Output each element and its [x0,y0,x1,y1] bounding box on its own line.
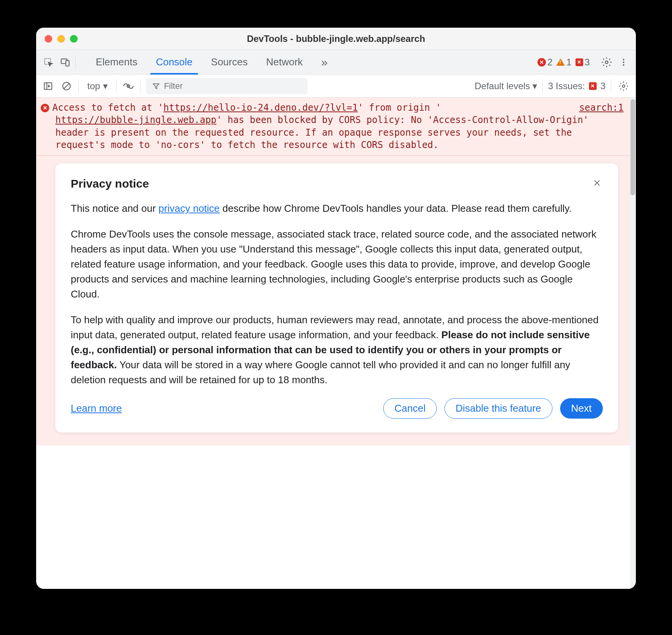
privacy-intro-1: This notice and our [71,203,158,214]
cancel-button[interactable]: Cancel [383,398,437,419]
privacy-intro-2: describe how Chrome DevTools handles you… [220,203,572,214]
messages-badge[interactable]: ✕ 3 [576,57,590,68]
error-text-mid1: ' from origin ' [358,102,441,113]
more-menu-icon[interactable] [617,55,630,69]
devtools-window: DevTools - bubble-jingle.web.app/search … [36,28,636,589]
more-tabs-button[interactable]: » [312,50,337,75]
error-text-prefix: Access to fetch at ' [52,102,163,113]
svg-point-4 [623,59,624,60]
clear-console-icon[interactable] [60,80,73,93]
svg-point-12 [622,85,625,87]
close-icon[interactable] [591,177,603,189]
levels-label: Default levels [475,81,530,91]
separator [78,79,79,93]
device-toggle-icon[interactable] [58,55,72,69]
window-title: DevTools - bubble-jingle.web.app/search [44,33,628,44]
privacy-title: Privacy notice [71,177,149,190]
messages-count: 3 [585,57,590,68]
console-toolbar: top ▾ Default levels ▾ 3 Issues: ✕ 3 [36,75,636,98]
separator [140,79,141,93]
dropdown-arrow-icon: ▾ [532,81,537,91]
scrollbar-thumb[interactable] [630,99,635,195]
separator [611,79,611,93]
next-button[interactable]: Next [560,398,603,419]
error-url-2[interactable]: https://bubble-jingle.web.app [55,115,216,125]
privacy-body: This notice and our privacy notice descr… [71,201,603,387]
tab-network[interactable]: Network [257,50,312,75]
separator [542,79,543,93]
context-selector[interactable]: top ▾ [84,81,111,91]
filter-input[interactable] [164,81,301,91]
separator [116,79,116,93]
log-area[interactable]: search:1 ✕Access to fetch at 'https://he… [36,98,630,589]
console-settings-icon[interactable] [617,79,630,93]
context-label: top [87,81,100,91]
tab-sources[interactable]: Sources [202,50,257,75]
message-icon: ✕ [576,58,583,66]
inspect-element-icon[interactable] [42,55,55,69]
issues-count: 3 [600,81,605,91]
svg-rect-2 [66,60,69,66]
traffic-lights [45,35,78,43]
disable-feature-button[interactable]: Disable this feature [444,398,552,419]
live-expression-icon[interactable] [122,80,135,93]
errors-count: 2 [547,57,552,68]
error-icon: ✕ [41,104,49,112]
tab-elements[interactable]: Elements [86,50,146,75]
error-url-1[interactable]: https://hello-io-24.deno.dev/?lvl=1 [163,102,358,113]
warning-icon: ! [556,58,565,66]
privacy-notice-card: Privacy notice This notice and our priva… [55,163,618,432]
privacy-notice-link[interactable]: privacy notice [158,203,220,214]
privacy-p2: Chrome DevTools uses the console message… [71,227,603,302]
error-source-link[interactable]: search:1 [579,101,624,114]
learn-more-link[interactable]: Learn more [71,402,122,414]
svg-point-5 [623,62,624,63]
warnings-count: 1 [566,57,571,68]
panel-tabs: Elements Console Sources Network » [86,50,337,75]
svg-point-6 [623,64,624,66]
status-badges[interactable]: ✕ 2 ! 1 ✕ 3 [537,57,590,68]
filter-icon [152,82,160,90]
errors-badge[interactable]: ✕ 2 [537,57,552,68]
settings-icon[interactable] [600,55,614,69]
toggle-sidebar-icon[interactable] [42,80,55,93]
filter-box[interactable] [146,78,308,94]
issues-badge-icon: ✕ [589,82,597,90]
tab-console[interactable]: Console [146,50,201,75]
issues-link[interactable]: 3 Issues: ✕ 3 [548,81,605,91]
console-content: search:1 ✕Access to fetch at 'https://he… [36,98,636,589]
error-message-row[interactable]: search:1 ✕Access to fetch at 'https://he… [36,98,630,445]
svg-point-3 [605,61,608,63]
privacy-actions: Learn more Cancel Disable this feature N… [71,398,603,419]
scrollbar[interactable] [630,98,636,589]
panel-tabbar: Elements Console Sources Network » ✕ 2 !… [36,50,636,75]
log-levels-selector[interactable]: Default levels ▾ [475,81,537,91]
close-window-button[interactable] [45,35,52,43]
issues-label: 3 Issues: [548,81,585,91]
minimize-window-button[interactable] [57,35,65,43]
maximize-window-button[interactable] [70,35,78,43]
svg-line-10 [64,83,69,88]
titlebar: DevTools - bubble-jingle.web.app/search [36,28,636,50]
dropdown-arrow-icon: ▾ [103,81,108,91]
separator [75,55,76,69]
privacy-p3b: Your data will be stored in a way where … [71,359,570,386]
error-icon: ✕ [537,58,546,66]
warnings-badge[interactable]: ! 1 [556,57,571,68]
